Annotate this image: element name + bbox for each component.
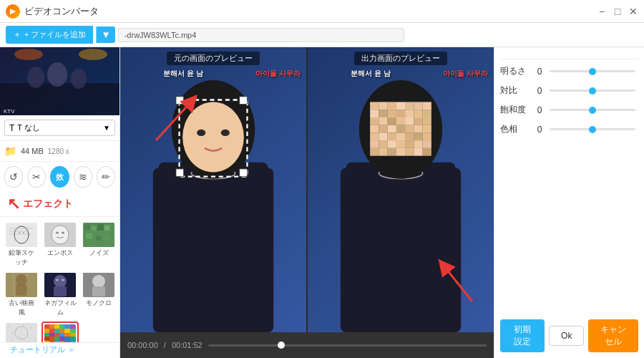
svg-point-99 (182, 102, 244, 173)
svg-point-17 (56, 232, 59, 234)
svg-rect-164 (370, 148, 379, 156)
filename-display: -drwJW83WLTc.mp4 (118, 28, 404, 42)
add-file-dropdown-button[interactable]: ▼ (96, 26, 114, 43)
saturation-slider[interactable] (550, 109, 635, 111)
add-file-label: + ファイルを追加 (24, 29, 86, 40)
svg-rect-145 (388, 125, 396, 133)
effect-item-oldfilm[interactable]: 古い映画風 (4, 271, 39, 319)
right-panel: 明るさ 0 対比 0 飽和度 0 色相 0 (494, 47, 644, 358)
contrast-value: 0 (532, 86, 547, 96)
effect-item-sketch[interactable]: 鉛筆スケッチ (4, 221, 39, 268)
svg-point-46 (12, 333, 14, 334)
svg-rect-54 (54, 324, 59, 329)
svg-rect-170 (423, 148, 431, 156)
effect-label-area: ↖ エフェクト (0, 192, 119, 216)
effect-name-emboss: エンボス (47, 248, 73, 258)
ok-button[interactable]: Ok (549, 326, 584, 346)
svg-point-44 (23, 324, 24, 326)
effect-thumb-sketch (6, 223, 37, 247)
svg-point-18 (62, 232, 64, 234)
effect-text: エフェクト (23, 198, 73, 211)
svg-rect-35 (54, 286, 67, 296)
effect-name-noise: ノイズ (89, 248, 109, 258)
svg-rect-74 (64, 337, 70, 341)
hue-slider[interactable] (550, 128, 635, 130)
brightness-thumb[interactable] (589, 68, 596, 75)
preview-area: 元の画面のプレビュー (120, 47, 494, 358)
svg-rect-69 (70, 333, 76, 337)
contrast-row: 対比 0 (500, 84, 638, 97)
svg-point-29 (16, 274, 27, 286)
effect-name-sketch: 鉛筆スケッチ (6, 248, 37, 267)
timeline-slider[interactable] (208, 344, 487, 347)
reset-button[interactable]: 初期設定 (500, 319, 545, 352)
effect-name-oldfilm: 古い映画風 (6, 299, 37, 317)
svg-rect-79 (59, 341, 64, 342)
svg-rect-161 (405, 140, 414, 148)
minimize-button[interactable]: − (597, 6, 607, 16)
svg-rect-21 (92, 226, 96, 231)
file-dimensions: 1280 x (48, 147, 69, 155)
svg-rect-134 (414, 110, 422, 117)
rotate-left-button[interactable]: ↺ (4, 166, 23, 188)
timeline: 00:00:00 / 00:01:52 (120, 332, 494, 358)
contrast-thumb[interactable] (589, 87, 596, 95)
svg-rect-55 (59, 324, 64, 329)
effect-thumb-mosaic (44, 324, 76, 342)
svg-rect-133 (405, 110, 414, 117)
left-panel: KTV T T なし ▼ 📁 44 MB 1280 x ↺ ✂ 效 ≋ ✏ (0, 47, 120, 358)
cancel-button[interactable]: キャンセル (588, 319, 638, 352)
svg-point-3 (47, 62, 67, 87)
window-controls: − □ ✕ (597, 6, 638, 16)
tutorial-link-area: チュートリアル ＞ (0, 342, 119, 358)
effect-item-grain[interactable]: 白黒の粒 (4, 321, 39, 342)
saturation-thumb[interactable] (589, 107, 596, 114)
timeline-playhead[interactable] (278, 342, 285, 349)
main-content: KTV T T なし ▼ 📁 44 MB 1280 x ↺ ✂ 效 ≋ ✏ (0, 47, 644, 358)
close-button[interactable]: ✕ (628, 6, 638, 16)
contrast-slider[interactable] (550, 90, 635, 92)
svg-rect-67 (59, 333, 64, 337)
hue-thumb[interactable] (589, 126, 596, 133)
svg-rect-80 (64, 341, 70, 342)
tutorial-link[interactable]: チュートリアル ＞ (4, 342, 81, 357)
action-buttons: 初期設定 Ok キャンセル (500, 319, 638, 352)
brightness-slider[interactable] (550, 70, 635, 72)
svg-point-100 (197, 130, 205, 136)
effect-button[interactable]: 效 (50, 166, 69, 188)
svg-rect-126 (405, 102, 414, 110)
svg-point-45 (30, 327, 31, 329)
sketch-svg (6, 223, 37, 247)
svg-point-47 (19, 337, 21, 338)
svg-rect-78 (54, 341, 59, 342)
svg-point-37 (62, 279, 64, 281)
svg-rect-165 (379, 148, 387, 156)
format-selector[interactable]: T T なし ▼ (0, 115, 119, 141)
svg-rect-139 (396, 117, 405, 125)
svg-rect-157 (370, 140, 379, 148)
saturation-row: 飽和度 0 (500, 104, 638, 116)
svg-rect-70 (44, 337, 49, 341)
cut-button[interactable]: ✂ (27, 166, 46, 188)
svg-rect-129 (370, 110, 379, 117)
effect-item-noise[interactable]: ノイズ (82, 221, 116, 268)
app-logo: ▶ (6, 4, 20, 19)
effect-grid: 鉛筆スケッチ エンボス (0, 216, 119, 342)
effect-item-negative[interactable]: ネガフィルム (42, 271, 79, 319)
svg-rect-128 (423, 102, 431, 110)
maximize-button[interactable]: □ (613, 6, 623, 16)
add-file-button[interactable]: ＋ + ファイルを追加 (6, 26, 93, 44)
subtitle-button[interactable]: ✏ (97, 166, 115, 188)
effect-item-emboss[interactable]: エンボス (42, 221, 79, 268)
svg-rect-25 (96, 236, 101, 241)
svg-text:KTV: KTV (4, 108, 15, 115)
svg-rect-155 (414, 132, 422, 140)
effect-item-mosaic[interactable]: モザイク (42, 321, 79, 342)
svg-point-16 (52, 226, 69, 244)
svg-rect-1 (0, 83, 119, 115)
effect-item-mono[interactable]: モノクロ (82, 271, 116, 319)
svg-rect-77 (49, 341, 54, 342)
watermark-button[interactable]: ≋ (74, 166, 92, 188)
format-select-display[interactable]: T T なし ▼ (4, 120, 115, 136)
svg-rect-53 (49, 324, 54, 329)
